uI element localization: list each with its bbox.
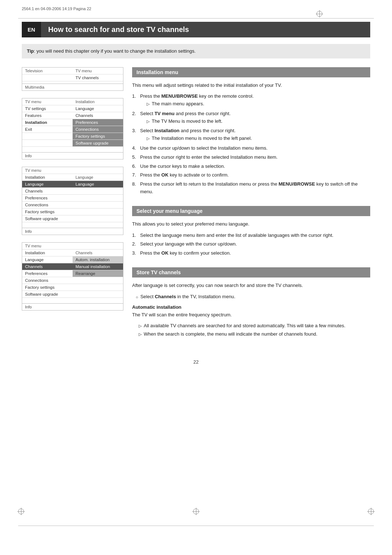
diag4-software: Software upgrade [22, 291, 73, 297]
diag2-preferences: Preferences [73, 119, 123, 126]
top-border [18, 18, 374, 19]
diag4-connections: Connections [22, 277, 73, 284]
diag4-empty3 [73, 284, 123, 291]
bullet-icon: ○ [136, 294, 138, 301]
diag2-features: Features [22, 112, 73, 119]
diag4-language: Language [22, 256, 73, 263]
arrow-icon-4: ▷ [139, 323, 142, 329]
select-language-section: Select your menu language This allows yo… [132, 206, 370, 257]
diag1-cell-tvmenu: TV menu [73, 68, 123, 74]
diag3-preferences: Preferences [22, 195, 73, 201]
left-column: Television TV menu TV channels Multimedi… [22, 67, 123, 349]
diag4-channels-left: Channels [22, 263, 73, 270]
auto-sub-1: ▷ All available TV channels are searched… [139, 322, 370, 330]
step-4-num: 4. [132, 145, 138, 152]
lang-step-3-num: 3. [132, 250, 138, 257]
lang-step-1: 1. Select the language menu item and ent… [132, 232, 370, 239]
tip-box: Tip: you will need this chapter only if … [22, 44, 370, 58]
step-5-content: Press the cursor right to enter the sele… [140, 154, 370, 161]
diag4-factory: Factory settings [22, 284, 73, 291]
right-column: Installation menu This menu will adjust … [132, 67, 370, 349]
diag3-factory: Factory settings [22, 208, 73, 215]
diag2-installation-left: Installation [22, 119, 73, 126]
store-channels-bullet: ○ Select Channels in the TV, Installatio… [136, 293, 370, 301]
diag3-spacer2 [73, 222, 123, 228]
installation-menu-intro: This menu will adjust settings related t… [132, 82, 370, 89]
diag3-empty [73, 167, 123, 174]
page-title: How to search for and store TV channels [41, 22, 370, 37]
diag2-info: Info [22, 153, 73, 159]
diag2-connections: Connections [73, 126, 123, 133]
diag4-preferences: Preferences [22, 270, 73, 277]
language-steps: 1. Select the language menu item and ent… [132, 232, 370, 257]
diagram-1: Television TV menu TV channels Multimedi… [22, 67, 123, 91]
diag2-language: Language [73, 105, 123, 112]
step-3-num: 3. [132, 127, 138, 143]
diag1-cell-empty4 [73, 84, 123, 90]
diag4-empty5 [73, 304, 123, 310]
diag3-software: Software upgrade [22, 215, 73, 222]
store-channels-bullet-text: Select Channels in the TV, Installation … [140, 293, 236, 301]
diag3-tvmenu: TV menu [22, 167, 73, 174]
diag2-empty1 [22, 133, 73, 139]
tip-label: Tip [27, 48, 34, 54]
diag2-software: Software upgrade [73, 140, 123, 146]
diag4-channels-header: Channels [73, 250, 123, 256]
step-7: 7. Press the OK key to activate or to co… [132, 171, 370, 179]
store-channels-section: Store TV channels After language is set … [132, 267, 370, 338]
main-content: Television TV menu TV channels Multimedi… [22, 67, 370, 349]
arrow-icon: ▷ [147, 101, 150, 108]
diag2-tvsettings: TV settings [22, 105, 73, 112]
select-language-intro: This allows you to select your preferred… [132, 220, 370, 228]
diag1-cell-empty2 [22, 81, 73, 84]
diagram-2: TV menu Installation TV settings Languag… [22, 98, 123, 159]
diag4-installation: Installation [22, 250, 73, 256]
page-meta-text: 2564.1 en 04-09-2006 14:19 Pagina 22 [22, 7, 91, 11]
diagram-3: TV menu Installation Language Language L… [22, 167, 123, 235]
arrow-icon-3: ▷ [147, 135, 150, 142]
diag2-spacer2 [73, 147, 123, 152]
diag3-installation: Installation [22, 174, 73, 181]
diag3-empty7 [73, 228, 123, 235]
auto-sub-2: ▷ When the search is complete, the menu … [139, 331, 370, 338]
diag3-empty3 [73, 195, 123, 201]
diag3-empty5 [73, 208, 123, 215]
step-3-content: Select Installation and press the cursor… [140, 127, 370, 143]
diag2-tvmenu: TV menu [22, 98, 73, 105]
auto-install-intro: The TV will scan the entire frequency sp… [132, 311, 370, 319]
diag3-language-header: Language [73, 174, 123, 181]
page-meta: 2564.1 en 04-09-2006 14:19 Pagina 22 [22, 7, 91, 11]
diag3-info: Info [22, 228, 73, 235]
step-1-num: 1. [132, 93, 138, 109]
diag2-installation: Installation [73, 98, 123, 105]
diag3-language-left: Language [22, 181, 73, 187]
step-2-sub: The TV Menu is moved to the left. [152, 118, 222, 125]
diag1-cell-empty3 [73, 81, 123, 84]
diag1-cell-tvchannels: TV channels [73, 74, 123, 81]
auto-sub-1-text: All available TV channels are searched f… [144, 322, 346, 330]
diagram-4: TV menu Installation Channels Language A… [22, 242, 123, 311]
page-header: EN How to search for and store TV channe… [22, 22, 370, 37]
step-2-num: 2. [132, 110, 138, 126]
language-badge: EN [22, 22, 41, 37]
diag2-exit: Exit [22, 126, 73, 133]
diag4-empty4 [73, 291, 123, 297]
lang-step-1-content: Select the language menu item and enter … [140, 232, 370, 239]
step-8-content: Press the cursor left to return to the I… [140, 181, 370, 196]
diag3-channels: Channels [22, 188, 73, 194]
diag3-connections: Connections [22, 202, 73, 208]
diag4-empty2 [73, 277, 123, 284]
select-language-header: Select your menu language [132, 206, 370, 216]
step-5-num: 5. [132, 154, 138, 161]
diag4-autom: Autom. installation [73, 256, 123, 263]
step-6-content: Use the cursor keys to make a selection. [140, 163, 370, 170]
store-channels-intro: After language is set correctly, you can… [132, 282, 370, 289]
diag4-spacer2 [73, 298, 123, 303]
auto-install-header: Automatic installation [132, 304, 370, 310]
auto-sub-2-text: When the search is complete, the menu wi… [144, 331, 317, 338]
step-1: 1. Press the MENU/BROWSE key on the remo… [132, 93, 370, 109]
diag1-cell-multimedia: Multimedia [22, 84, 73, 90]
diag2-spacer [22, 147, 73, 152]
arrow-icon-5: ▷ [139, 331, 142, 338]
step-5: 5. Press the cursor right to enter the s… [132, 154, 370, 161]
